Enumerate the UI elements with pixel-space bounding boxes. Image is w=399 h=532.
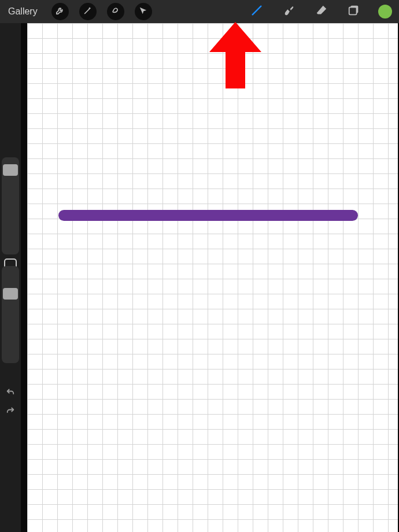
layers-icon	[348, 4, 360, 19]
toolbar-right-group	[249, 3, 392, 20]
redo-button[interactable]	[0, 404, 21, 420]
brush-tool-button[interactable]	[249, 3, 265, 20]
opacity-thumb[interactable]	[3, 288, 18, 300]
wrench-icon	[55, 6, 65, 18]
undo-icon	[5, 387, 16, 400]
redo-icon	[5, 405, 16, 418]
eraser-tool-button[interactable]	[313, 3, 330, 20]
top-toolbar: Gallery	[0, 0, 399, 23]
canvas-viewport	[21, 23, 399, 532]
opacity-slider[interactable]	[2, 266, 19, 363]
drawn-stroke	[58, 210, 358, 221]
brush-size-thumb[interactable]	[3, 164, 18, 176]
left-sidebar	[0, 23, 21, 532]
smudge-icon	[283, 4, 295, 19]
transform-button[interactable]	[135, 3, 152, 20]
toolbar-left-group	[51, 3, 152, 20]
wand-icon	[83, 6, 93, 18]
brush-size-slider[interactable]	[2, 157, 19, 254]
gallery-button[interactable]: Gallery	[5, 4, 41, 19]
actions-button[interactable]	[51, 3, 69, 20]
selection-button[interactable]	[107, 3, 124, 20]
layers-button[interactable]	[346, 3, 362, 20]
color-swatch-button[interactable]	[378, 5, 392, 19]
adjustments-button[interactable]	[79, 3, 97, 20]
brush-icon	[250, 4, 263, 19]
procreate-app: Gallery	[0, 0, 399, 532]
smudge-tool-button[interactable]	[281, 3, 297, 20]
undo-button[interactable]	[0, 385, 21, 401]
drawing-canvas[interactable]	[27, 23, 398, 532]
svg-rect-1	[349, 8, 357, 15]
selection-icon	[110, 6, 120, 18]
eraser-icon	[315, 4, 328, 19]
arrow-icon	[138, 6, 148, 18]
